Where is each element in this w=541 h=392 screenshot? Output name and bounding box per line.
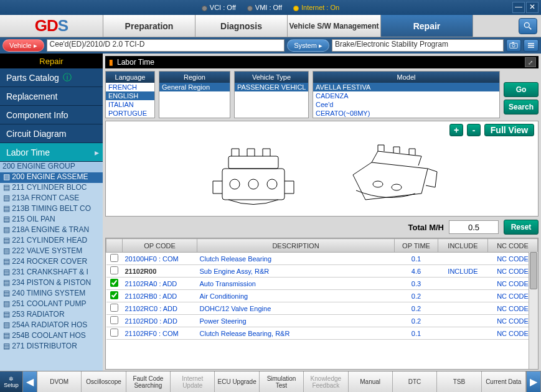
tab-repair[interactable]: Repair [380, 15, 473, 37]
system-pill[interactable]: System ▸ [287, 39, 329, 52]
filter-vtype-header: Vehicle Type [235, 72, 308, 83]
table-row[interactable]: 21102RC0 : ADD DOHC/12 Valve Engine 0.2 … [106, 302, 538, 315]
minimize-button[interactable]: — [512, 2, 525, 13]
col-nccode[interactable]: NC CODE [488, 239, 538, 253]
filter-region-list[interactable]: General Region [159, 83, 230, 118]
tree-item[interactable]: ▤ 240 TIMING SYSTEM [0, 289, 103, 299]
table-row[interactable]: 21102RF0 : COM Clutch Release Bearing, R… [106, 327, 538, 340]
col-optime[interactable]: OP TIME [395, 239, 438, 253]
tree-item[interactable]: ▤ 218A ENGINE & TRAN [0, 225, 103, 236]
vtype-opt[interactable]: PASSENGER VEHICL [235, 83, 308, 91]
table-row[interactable]: 20100HF0 : COM Clutch Release Bearing 0.… [106, 253, 538, 265]
region-opt[interactable]: General Region [159, 83, 230, 91]
cell-opcode: 21102RB0 : ADD [123, 290, 197, 302]
tree-item[interactable]: ▤ 251 COOLANT PUMP [0, 299, 103, 310]
bb-dtc[interactable]: DTC [393, 371, 437, 392]
cell-desc: Sub Engine Assy, R&R [197, 265, 395, 278]
filter-vtype-list[interactable]: PASSENGER VEHICL [235, 83, 308, 118]
camera-button[interactable] [506, 39, 521, 52]
tree-item[interactable]: ▤ 215 OIL PAN [0, 215, 103, 225]
search-button[interactable]: Search [504, 100, 539, 114]
bb-dvom[interactable]: DVOM [37, 371, 82, 392]
language-opt[interactable]: ITALIAN [106, 100, 154, 109]
tab-vehicle-sw[interactable]: Vehicle S/W Management [287, 15, 380, 37]
tree-item[interactable]: ▤ 234 PISTON & PISTON [0, 278, 103, 289]
bb-knowledge-feedback[interactable]: Knowledge Feedback [304, 371, 348, 392]
toolbar-right-arrow[interactable]: ▶ [526, 371, 541, 392]
nav-parts-catalog[interactable]: Parts Catalogⓘ [0, 68, 103, 87]
model-opt[interactable]: CERATO(~08MY) [313, 109, 499, 118]
language-opt[interactable]: PORTUGUE [106, 109, 154, 118]
tree-item[interactable]: ▤ 222 VALVE SYSTEM [0, 246, 103, 257]
nav-component-info[interactable]: Component Info [0, 106, 103, 124]
selection-bar: Vehicle ▸ Cee'd(ED)/2010/D 2.0 TCI-D Sys… [0, 37, 541, 54]
bb-manual[interactable]: Manual [349, 371, 393, 392]
table-row[interactable]: 21102RD0 : ADD Power Steering 0.2 NC COD… [106, 315, 538, 327]
nav-labor-time[interactable]: Labor Time▸ [0, 143, 103, 162]
filter-language-list[interactable]: FRENCH ENGLISH ITALIAN PORTUGUE [106, 83, 154, 118]
table-row[interactable]: 21102RA0 : ADD Auto Transmission 0.3 NC … [106, 278, 538, 290]
tree-item[interactable]: ▤ 271 DISTRIBUTOR [0, 342, 103, 352]
vehicle-value[interactable]: Cee'd(ED)/2010/D 2.0 TCI-D [47, 39, 285, 52]
go-button[interactable]: Go [504, 82, 539, 97]
table-row[interactable]: 21102R00 Sub Engine Assy, R&R 4.6 INCLUD… [106, 265, 538, 278]
table-row[interactable]: 21102RB0 : ADD Air Conditioning 0.2 NC C… [106, 290, 538, 302]
zoom-in-button[interactable]: + [449, 124, 463, 136]
model-opt[interactable]: CADENZA [313, 91, 499, 100]
row-checkbox[interactable] [110, 266, 118, 274]
tree-item[interactable]: ▤ 211 CYLINDER BLOC [0, 183, 103, 194]
tree-header[interactable]: 200 ENGINE GROUP [0, 162, 103, 172]
row-checkbox[interactable] [110, 329, 118, 337]
col-include[interactable]: INCLUDE [438, 239, 488, 253]
tree-item[interactable]: ▤ 254B COOLANT HOS [0, 331, 103, 342]
labor-grid: OP CODE DESCRIPTION OP TIME INCLUDE NC C… [105, 238, 539, 370]
filter-model-list[interactable]: AVELLA FESTIVA CADENZA Cee'd CERATO(~08M… [313, 83, 499, 118]
row-checkbox[interactable] [110, 279, 118, 287]
expand-button[interactable]: ⤢ [525, 57, 536, 67]
bb-current-data[interactable]: Current Data [482, 371, 526, 392]
tree-item[interactable]: ▤ 221 CYLINDER HEAD [0, 236, 103, 246]
tree-item[interactable]: ▤ 224 ROCKER COVER [0, 257, 103, 268]
tab-diagnosis[interactable]: Diagnosis [195, 15, 287, 37]
bb-oscilloscope[interactable]: Oscilloscope [82, 371, 126, 392]
bb-ecu-upgrade[interactable]: ECU Upgrade [215, 371, 259, 392]
tree-item[interactable]: ▤ 213A FRONT CASE [0, 194, 103, 204]
row-checkbox[interactable] [110, 254, 118, 262]
record-button[interactable] [524, 39, 539, 52]
close-button[interactable]: ✕ [526, 2, 539, 13]
tree-item[interactable]: ▤ 254A RADIATOR HOS [0, 320, 103, 331]
global-search-button[interactable] [519, 18, 537, 34]
row-checkbox[interactable] [110, 291, 118, 299]
system-value[interactable]: Brake/Electronic Stability Program [332, 39, 504, 52]
setup-button[interactable]: ✲ Setup [0, 371, 22, 392]
bb-tsb[interactable]: TSB [437, 371, 481, 392]
tree-item[interactable]: ▤ 231 CRANKSHAFT & I [0, 268, 103, 278]
nav-circuit-diagram[interactable]: Circuit Diagram [0, 124, 103, 143]
bb-fault-code[interactable]: Fault Code Searching [126, 371, 171, 392]
bb-simulation-test[interactable]: Simulation Test [260, 371, 304, 392]
bb-internet-update[interactable]: Internet Update [171, 371, 215, 392]
parts-tree[interactable]: 200 ENGINE GROUP ▤ 200 ENGINE ASSEME ▤ 2… [0, 162, 103, 372]
row-checkbox[interactable] [110, 316, 118, 324]
zoom-out-button[interactable]: - [467, 124, 481, 136]
tree-item[interactable]: ▤ 253 RADIATOR [0, 310, 103, 320]
model-opt[interactable]: Cee'd [313, 100, 499, 109]
tab-preparation[interactable]: Preparation [103, 15, 195, 37]
vehicle-pill[interactable]: Vehicle ▸ [2, 39, 44, 52]
row-checkbox[interactable] [110, 304, 118, 312]
left-nav: Repair Parts Catalogⓘ Replacement Compon… [0, 54, 103, 372]
col-opcode[interactable]: OP CODE [123, 239, 197, 253]
col-desc[interactable]: DESCRIPTION [197, 239, 395, 253]
tree-item[interactable]: ▤ 213B TIMING BELT CO [0, 204, 103, 215]
full-view-button[interactable]: Full View [484, 124, 534, 136]
total-input[interactable] [449, 220, 499, 234]
model-opt[interactable]: AVELLA FESTIVA [313, 83, 499, 91]
language-opt[interactable]: ENGLISH [106, 91, 154, 100]
reset-button[interactable]: Reset [504, 220, 539, 235]
nav-replacement[interactable]: Replacement [0, 87, 103, 106]
language-opt[interactable]: FRENCH [106, 83, 154, 91]
tree-item[interactable]: ▤ 200 ENGINE ASSEME [0, 172, 103, 183]
grid-scrollbar[interactable] [529, 252, 538, 369]
toolbar-left-arrow[interactable]: ◀ [22, 371, 37, 392]
cell-include[interactable]: INCLUDE [438, 265, 488, 278]
